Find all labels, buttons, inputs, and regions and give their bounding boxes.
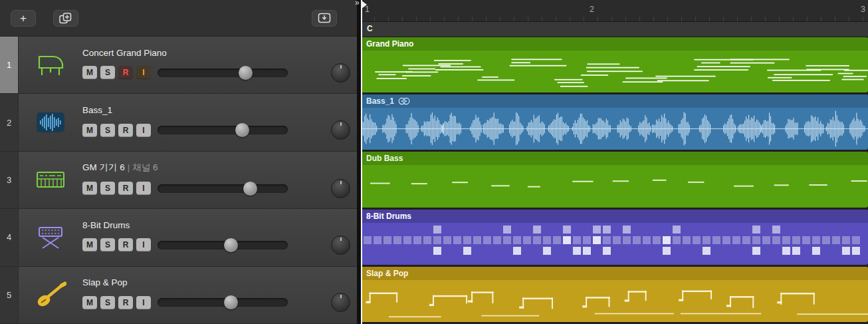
track-number[interactable]: 4 — [0, 209, 19, 265]
volume-slider[interactable] — [158, 241, 288, 249]
record-enable-button[interactable]: R — [118, 296, 133, 309]
region-audio-content — [361, 108, 868, 150]
region-notation-content — [361, 280, 868, 322]
playhead[interactable] — [361, 0, 362, 324]
ruler-bar-number: 2 — [590, 5, 594, 14]
solo-button[interactable]: S — [100, 182, 115, 195]
track-name: Concert Grand Piano — [82, 48, 167, 58]
marker-strip[interactable]: C — [361, 22, 868, 37]
pan-knob[interactable] — [331, 179, 350, 198]
track-number[interactable]: 1 — [0, 37, 19, 93]
record-enable-button[interactable]: R — [118, 66, 133, 79]
stereo-circles-icon — [398, 97, 410, 105]
record-enable-button[interactable]: R — [118, 238, 133, 251]
volume-slider[interactable] — [158, 126, 288, 134]
drum-machine-icon — [19, 209, 82, 265]
region-midi-content — [361, 51, 868, 92]
region-name: Grand Piano — [366, 39, 413, 49]
input-monitor-button[interactable]: I — [136, 296, 151, 309]
solo-button[interactable]: S — [100, 238, 115, 251]
track-row-bass-1[interactable]: 2 Bass_1 — [0, 94, 357, 151]
track-name: Slap & Pop — [82, 277, 128, 287]
logic-tracks-area: + 1 — [0, 0, 868, 324]
input-monitor-button[interactable]: I — [136, 182, 151, 195]
volume-thumb[interactable] — [239, 66, 253, 80]
track-row-slap-and-pop[interactable]: 5 Slap & Pop M S R — [0, 267, 357, 324]
mute-button[interactable]: M — [82, 238, 97, 251]
region-grand-piano[interactable]: Grand Piano — [361, 37, 868, 92]
track-row-gm-device-6[interactable]: 3 GM 기기 6|채널 6 M — [0, 152, 357, 209]
region-name: Dub Bass — [366, 154, 403, 163]
region-name: 8-Bit Drums — [366, 212, 411, 221]
divider-chevron-icon: » — [355, 0, 360, 7]
synth-keyboard-icon — [19, 152, 82, 208]
track-header-panel: + 1 — [0, 0, 357, 324]
mute-button[interactable]: M — [82, 296, 97, 309]
track-list: 1 Concert Grand Piano M S R — [0, 37, 357, 324]
track-name: 8-Bit Drums — [82, 220, 130, 230]
arrange-area: 123 C Grand Piano Bass_1 — [361, 0, 868, 324]
pan-knob[interactable] — [331, 293, 350, 312]
track-row-8-bit-drums[interactable]: 4 8-Bit Drums M S R — [0, 209, 357, 266]
ruler[interactable]: 123 — [361, 0, 868, 22]
marker-label: C — [367, 24, 373, 33]
region-name: Bass_1 — [366, 96, 394, 106]
region-midi-content — [361, 165, 868, 207]
pan-knob[interactable] — [331, 236, 350, 255]
solo-button[interactable]: S — [100, 66, 115, 79]
volume-thumb[interactable] — [235, 123, 249, 137]
solo-button[interactable]: S — [100, 296, 115, 309]
input-monitor-button[interactable]: I — [136, 238, 151, 251]
audio-waveform-icon — [19, 94, 82, 150]
volume-slider[interactable] — [158, 184, 288, 193]
bass-guitar-icon — [19, 267, 82, 323]
mute-button[interactable]: M — [82, 66, 97, 79]
track-row-concert-grand-piano[interactable]: 1 Concert Grand Piano M S R — [0, 37, 357, 94]
region-name: Slap & Pop — [366, 269, 408, 278]
duplicate-track-icon — [59, 13, 72, 24]
region-8-bit-drums[interactable]: 8-Bit Drums — [361, 210, 868, 265]
name-separator: | — [128, 162, 130, 172]
mute-button[interactable]: M — [82, 124, 97, 137]
volume-thumb[interactable] — [243, 182, 257, 196]
pan-knob[interactable] — [331, 120, 350, 140]
record-enable-button[interactable]: R — [118, 124, 133, 137]
track-subtitle: 채널 6 — [132, 162, 158, 172]
track-number[interactable]: 5 — [0, 267, 19, 323]
track-name: GM 기기 6 — [82, 162, 125, 172]
playhead-icon — [362, 1, 367, 9]
region-slap-and-pop[interactable]: Slap & Pop — [361, 267, 868, 322]
volume-thumb[interactable] — [224, 238, 238, 252]
input-monitor-button[interactable]: I — [136, 124, 151, 137]
region-bass-1[interactable]: Bass_1 — [361, 94, 868, 150]
region-lanes: Grand Piano Bass_1 — [361, 37, 868, 324]
track-number[interactable]: 2 — [0, 94, 19, 150]
grand-piano-icon — [19, 37, 82, 93]
volume-slider[interactable] — [158, 69, 288, 77]
volume-thumb[interactable] — [224, 295, 238, 309]
ruler-bar-number: 3 — [861, 5, 865, 14]
record-enable-button[interactable]: R — [118, 182, 133, 195]
mute-button[interactable]: M — [82, 182, 97, 195]
input-monitor-button[interactable]: I — [136, 66, 151, 79]
pan-knob[interactable] — [331, 63, 350, 82]
track-toolbar: + — [0, 0, 357, 37]
add-track-button[interactable]: + — [11, 10, 36, 27]
duplicate-track-button[interactable] — [53, 10, 78, 27]
track-number[interactable]: 3 — [0, 152, 19, 208]
solo-button[interactable]: S — [100, 124, 115, 137]
volume-slider[interactable] — [158, 298, 288, 307]
box-down-arrow-icon — [318, 13, 331, 23]
track-name: Bass_1 — [82, 105, 112, 115]
region-dub-bass[interactable]: Dub Bass — [361, 152, 868, 207]
track-header-config-button[interactable] — [312, 10, 337, 27]
region-step-content — [361, 223, 868, 265]
